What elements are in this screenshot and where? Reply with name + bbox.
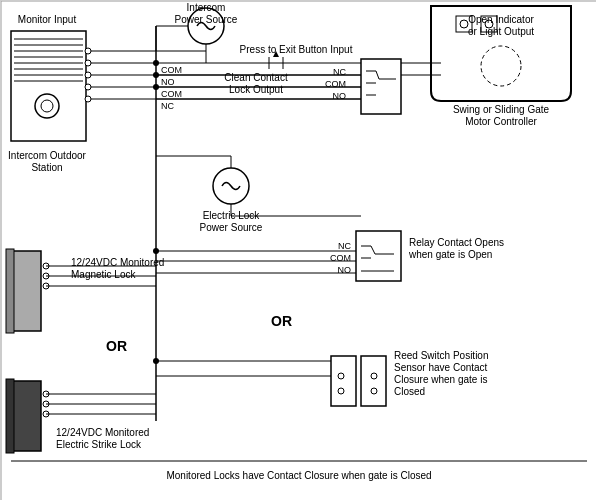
svg-text:OR: OR bbox=[271, 313, 292, 329]
svg-text:COM: COM bbox=[161, 89, 182, 99]
svg-text:Magnetic Lock: Magnetic Lock bbox=[71, 269, 136, 280]
svg-text:Relay Contact Opens: Relay Contact Opens bbox=[409, 237, 504, 248]
svg-point-94 bbox=[338, 388, 344, 394]
wiring-diagram: COM NO COM NC bbox=[0, 0, 596, 500]
svg-text:Intercom: Intercom bbox=[187, 2, 226, 13]
svg-text:Press to Exit Button Input: Press to Exit Button Input bbox=[240, 44, 353, 55]
svg-text:Clean Contact: Clean Contact bbox=[224, 72, 288, 83]
svg-point-93 bbox=[338, 373, 344, 379]
svg-point-34 bbox=[153, 60, 159, 66]
svg-rect-51 bbox=[11, 251, 41, 331]
svg-text:Motor Controller: Motor Controller bbox=[465, 116, 537, 127]
svg-rect-79 bbox=[356, 231, 401, 281]
svg-rect-92 bbox=[361, 356, 386, 406]
svg-text:Power Source: Power Source bbox=[175, 14, 238, 25]
svg-point-13 bbox=[85, 48, 91, 54]
svg-text:Electric Strike Lock: Electric Strike Lock bbox=[56, 439, 142, 450]
svg-rect-91 bbox=[331, 356, 356, 406]
svg-text:Swing or Sliding Gate: Swing or Sliding Gate bbox=[453, 104, 550, 115]
svg-text:NC: NC bbox=[338, 241, 351, 251]
svg-point-15 bbox=[85, 60, 91, 66]
svg-text:COM: COM bbox=[161, 65, 182, 75]
svg-text:Lock Output: Lock Output bbox=[229, 84, 283, 95]
svg-text:12/24VDC Monitored: 12/24VDC Monitored bbox=[56, 427, 149, 438]
svg-point-19 bbox=[85, 84, 91, 90]
svg-text:Closed: Closed bbox=[394, 386, 425, 397]
svg-rect-67 bbox=[361, 59, 401, 114]
svg-point-102 bbox=[460, 20, 468, 28]
svg-point-96 bbox=[371, 388, 377, 394]
svg-point-11 bbox=[41, 100, 53, 112]
svg-point-95 bbox=[371, 373, 377, 379]
svg-text:or Light Output: or Light Output bbox=[468, 26, 534, 37]
svg-text:when gate is Open: when gate is Open bbox=[408, 249, 492, 260]
svg-text:NC: NC bbox=[161, 101, 174, 111]
svg-text:Open Indicator: Open Indicator bbox=[468, 14, 534, 25]
svg-rect-52 bbox=[6, 249, 14, 333]
svg-text:Closure when gate is: Closure when gate is bbox=[394, 374, 487, 385]
svg-text:Monitor Input: Monitor Input bbox=[18, 14, 77, 25]
svg-text:OR: OR bbox=[106, 338, 127, 354]
svg-rect-1 bbox=[11, 31, 86, 141]
svg-text:Station: Station bbox=[31, 162, 62, 173]
svg-text:NO: NO bbox=[161, 77, 175, 87]
svg-text:Sensor have Contact: Sensor have Contact bbox=[394, 362, 488, 373]
svg-text:Reed Switch Position: Reed Switch Position bbox=[394, 350, 489, 361]
svg-point-17 bbox=[85, 72, 91, 78]
svg-rect-60 bbox=[6, 379, 14, 453]
svg-text:12/24VDC Monitored: 12/24VDC Monitored bbox=[71, 257, 164, 268]
svg-text:Electric Lock: Electric Lock bbox=[203, 210, 261, 221]
svg-text:Intercom Outdoor: Intercom Outdoor bbox=[8, 150, 86, 161]
svg-point-21 bbox=[85, 96, 91, 102]
svg-text:Monitored Locks have Contact C: Monitored Locks have Contact Closure whe… bbox=[166, 470, 431, 481]
svg-rect-59 bbox=[11, 381, 41, 451]
svg-text:Power Source: Power Source bbox=[200, 222, 263, 233]
